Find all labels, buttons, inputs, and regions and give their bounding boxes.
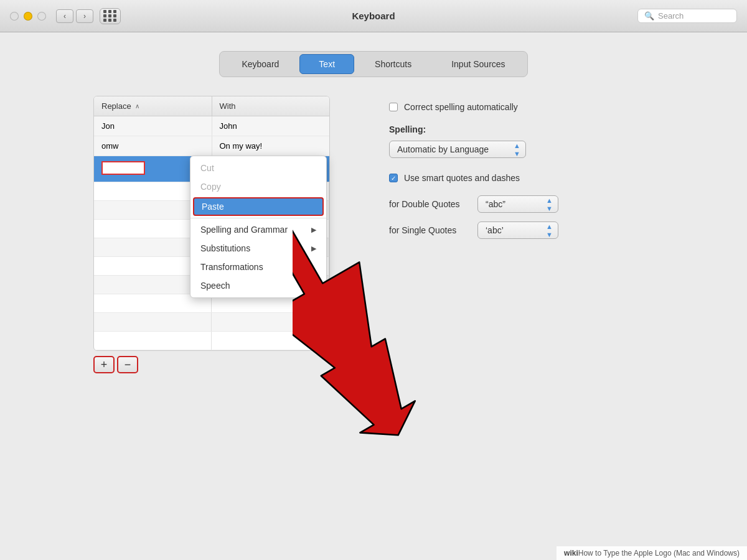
col-replace-header[interactable]: Replace ∧ [94, 96, 212, 116]
cell-with: On my way! [212, 136, 330, 156]
smart-quotes-checkbox[interactable] [389, 174, 398, 182]
menu-item-cut[interactable]: Cut [190, 159, 326, 177]
menu-item-paste[interactable]: Paste [193, 197, 324, 216]
menu-item-substitutions[interactable]: Substitutions ▶ [190, 239, 326, 258]
cell-with: John [212, 116, 330, 136]
smart-quotes-section: Use smart quotes and dashes for Double Q… [389, 173, 654, 239]
menu-item-copy[interactable]: Copy [190, 177, 326, 196]
tab-text[interactable]: Text [299, 54, 354, 74]
smart-quotes-option: Use smart quotes and dashes [389, 173, 654, 183]
content-area: Replace ∧ With Jon John omw On my way! [93, 96, 654, 373]
table-buttons: + − [93, 356, 358, 373]
submenu-arrow-icon: ▶ [311, 245, 316, 253]
spelling-auto-checkbox[interactable] [389, 103, 398, 111]
window-title: Keyboard [352, 11, 395, 21]
tab-keyboard[interactable]: Keyboard [222, 54, 298, 74]
close-button[interactable] [10, 12, 19, 21]
menu-item-spelling[interactable]: Spelling and Grammar ▶ [190, 220, 326, 239]
spelling-auto-label: Correct spelling automatically [404, 102, 518, 112]
single-quotes-row: for Single Quotes ‘abc’ ▲ ▼ [389, 222, 654, 239]
wiki-label: wiki [564, 549, 578, 558]
search-placeholder: Search [658, 11, 684, 21]
dropdown-arrows-icon: ▲ ▼ [546, 197, 553, 212]
sort-arrow-icon: ∧ [135, 103, 139, 110]
left-panel: Replace ∧ With Jon John omw On my way! [93, 96, 358, 373]
attribution: wikiHow to Type the Apple Logo (Mac and … [557, 546, 747, 560]
cell-with [212, 332, 329, 350]
single-quotes-label: for Single Quotes [389, 225, 470, 235]
spelling-dropdown-row: Automatic by Language ▲ ▼ [389, 141, 654, 158]
smart-quotes-label: Use smart quotes and dashes [404, 173, 520, 183]
cell-with [212, 313, 329, 331]
search-icon: 🔍 [644, 11, 654, 21]
double-quotes-dropdown[interactable]: “abc” ▲ ▼ [477, 195, 558, 213]
search-bar[interactable]: 🔍 Search [637, 9, 737, 23]
grid-icon [103, 10, 117, 22]
submenu-arrow-icon: ▶ [311, 226, 316, 234]
context-menu: Cut Copy Paste Spelling and Grammar ▶ Su… [190, 156, 327, 298]
double-quotes-label: for Double Quotes [389, 199, 470, 209]
spelling-auto-option: Correct spelling automatically [389, 102, 654, 112]
spelling-section: Spelling: Automatic by Language ▲ ▼ [389, 124, 654, 158]
col-with-header: With [212, 96, 330, 116]
tab-input-sources[interactable]: Input Sources [432, 54, 524, 74]
title-bar: ‹ › Keyboard 🔍 Search [0, 0, 747, 32]
spelling-section-label: Spelling: [389, 124, 654, 134]
nav-back-button[interactable]: ‹ [56, 9, 73, 23]
table-row[interactable] [94, 313, 329, 332]
nav-buttons: ‹ › [56, 9, 93, 23]
single-quotes-dropdown[interactable]: ‘abc’ ▲ ▼ [477, 222, 558, 239]
tabs: Keyboard Text Shortcuts Input Sources [219, 51, 527, 77]
nav-forward-button[interactable]: › [76, 9, 93, 23]
dropdown-arrows-icon: ▲ ▼ [514, 142, 520, 157]
add-row-button[interactable]: + [93, 356, 115, 373]
maximize-button[interactable] [37, 12, 46, 21]
minimize-button[interactable] [24, 12, 32, 21]
cell-replace: omw [94, 136, 212, 156]
main-content: Keyboard Text Shortcuts Input Sources Re… [0, 32, 747, 560]
remove-row-button[interactable]: − [117, 356, 138, 373]
table-row[interactable] [94, 332, 329, 350]
table-row[interactable]: Jon John [94, 116, 329, 136]
dropdown-arrows-icon: ▲ ▼ [546, 223, 553, 238]
tab-shortcuts[interactable]: Shortcuts [355, 54, 431, 74]
menu-item-speech[interactable]: Speech [190, 276, 326, 295]
traffic-lights [10, 12, 46, 21]
double-quotes-row: for Double Quotes “abc” ▲ ▼ [389, 195, 654, 213]
cell-replace: Jon [94, 116, 212, 136]
cell-replace [94, 332, 212, 350]
table-header: Replace ∧ With [94, 96, 329, 116]
spelling-dropdown[interactable]: Automatic by Language ▲ ▼ [389, 141, 526, 158]
menu-divider [190, 218, 326, 218]
attribution-text: How to Type the Apple Logo (Mac and Wind… [578, 549, 740, 558]
text-input-field[interactable] [101, 161, 145, 175]
cell-replace [94, 313, 212, 331]
right-panel: Correct spelling automatically Spelling:… [389, 96, 654, 373]
table-row[interactable]: omw On my way! [94, 136, 329, 156]
grid-button[interactable] [100, 8, 121, 24]
menu-item-transformations[interactable]: Transformations [190, 258, 326, 276]
